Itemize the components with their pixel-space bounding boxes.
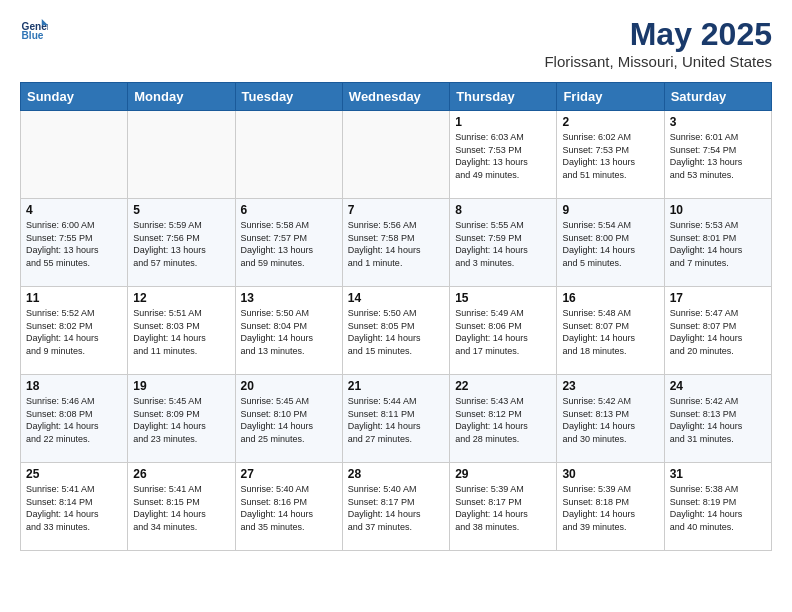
weekday-header-monday: Monday [128, 83, 235, 111]
day-number: 7 [348, 203, 444, 217]
weekday-header-saturday: Saturday [664, 83, 771, 111]
day-number: 12 [133, 291, 229, 305]
logo: General Blue [20, 16, 48, 44]
day-number: 27 [241, 467, 337, 481]
day-info: Sunrise: 5:45 AM Sunset: 8:10 PM Dayligh… [241, 395, 337, 445]
day-info: Sunrise: 5:38 AM Sunset: 8:19 PM Dayligh… [670, 483, 766, 533]
calendar-cell: 11Sunrise: 5:52 AM Sunset: 8:02 PM Dayli… [21, 287, 128, 375]
calendar-cell: 19Sunrise: 5:45 AM Sunset: 8:09 PM Dayli… [128, 375, 235, 463]
calendar-cell: 22Sunrise: 5:43 AM Sunset: 8:12 PM Dayli… [450, 375, 557, 463]
page-header: General Blue May 2025 Florissant, Missou… [20, 16, 772, 70]
day-number: 11 [26, 291, 122, 305]
calendar-week-row: 1Sunrise: 6:03 AM Sunset: 7:53 PM Daylig… [21, 111, 772, 199]
calendar-cell: 14Sunrise: 5:50 AM Sunset: 8:05 PM Dayli… [342, 287, 449, 375]
calendar-cell [128, 111, 235, 199]
day-info: Sunrise: 6:03 AM Sunset: 7:53 PM Dayligh… [455, 131, 551, 181]
day-number: 20 [241, 379, 337, 393]
day-info: Sunrise: 5:50 AM Sunset: 8:05 PM Dayligh… [348, 307, 444, 357]
weekday-header-friday: Friday [557, 83, 664, 111]
calendar-cell: 8Sunrise: 5:55 AM Sunset: 7:59 PM Daylig… [450, 199, 557, 287]
day-number: 17 [670, 291, 766, 305]
day-number: 1 [455, 115, 551, 129]
calendar-cell: 16Sunrise: 5:48 AM Sunset: 8:07 PM Dayli… [557, 287, 664, 375]
day-number: 8 [455, 203, 551, 217]
calendar-cell: 7Sunrise: 5:56 AM Sunset: 7:58 PM Daylig… [342, 199, 449, 287]
day-number: 30 [562, 467, 658, 481]
svg-text:Blue: Blue [22, 30, 44, 41]
day-number: 28 [348, 467, 444, 481]
day-info: Sunrise: 5:53 AM Sunset: 8:01 PM Dayligh… [670, 219, 766, 269]
calendar-cell: 18Sunrise: 5:46 AM Sunset: 8:08 PM Dayli… [21, 375, 128, 463]
subtitle: Florissant, Missouri, United States [544, 53, 772, 70]
title-area: May 2025 Florissant, Missouri, United St… [544, 16, 772, 70]
calendar-cell: 3Sunrise: 6:01 AM Sunset: 7:54 PM Daylig… [664, 111, 771, 199]
day-info: Sunrise: 5:56 AM Sunset: 7:58 PM Dayligh… [348, 219, 444, 269]
day-info: Sunrise: 5:43 AM Sunset: 8:12 PM Dayligh… [455, 395, 551, 445]
calendar-cell [21, 111, 128, 199]
weekday-header-thursday: Thursday [450, 83, 557, 111]
day-number: 25 [26, 467, 122, 481]
day-number: 26 [133, 467, 229, 481]
weekday-header-wednesday: Wednesday [342, 83, 449, 111]
calendar-week-row: 18Sunrise: 5:46 AM Sunset: 8:08 PM Dayli… [21, 375, 772, 463]
day-info: Sunrise: 6:01 AM Sunset: 7:54 PM Dayligh… [670, 131, 766, 181]
calendar-cell: 5Sunrise: 5:59 AM Sunset: 7:56 PM Daylig… [128, 199, 235, 287]
calendar-cell: 30Sunrise: 5:39 AM Sunset: 8:18 PM Dayli… [557, 463, 664, 551]
day-info: Sunrise: 5:42 AM Sunset: 8:13 PM Dayligh… [562, 395, 658, 445]
day-info: Sunrise: 5:48 AM Sunset: 8:07 PM Dayligh… [562, 307, 658, 357]
day-number: 15 [455, 291, 551, 305]
day-info: Sunrise: 5:45 AM Sunset: 8:09 PM Dayligh… [133, 395, 229, 445]
day-info: Sunrise: 5:42 AM Sunset: 8:13 PM Dayligh… [670, 395, 766, 445]
day-info: Sunrise: 6:00 AM Sunset: 7:55 PM Dayligh… [26, 219, 122, 269]
calendar-table: SundayMondayTuesdayWednesdayThursdayFrid… [20, 82, 772, 551]
day-info: Sunrise: 5:59 AM Sunset: 7:56 PM Dayligh… [133, 219, 229, 269]
calendar-cell: 1Sunrise: 6:03 AM Sunset: 7:53 PM Daylig… [450, 111, 557, 199]
day-info: Sunrise: 5:39 AM Sunset: 8:18 PM Dayligh… [562, 483, 658, 533]
calendar-cell: 31Sunrise: 5:38 AM Sunset: 8:19 PM Dayli… [664, 463, 771, 551]
day-number: 13 [241, 291, 337, 305]
calendar-cell: 2Sunrise: 6:02 AM Sunset: 7:53 PM Daylig… [557, 111, 664, 199]
day-info: Sunrise: 6:02 AM Sunset: 7:53 PM Dayligh… [562, 131, 658, 181]
day-info: Sunrise: 5:50 AM Sunset: 8:04 PM Dayligh… [241, 307, 337, 357]
day-info: Sunrise: 5:39 AM Sunset: 8:17 PM Dayligh… [455, 483, 551, 533]
weekday-header-sunday: Sunday [21, 83, 128, 111]
calendar-cell [342, 111, 449, 199]
main-title: May 2025 [544, 16, 772, 53]
day-info: Sunrise: 5:49 AM Sunset: 8:06 PM Dayligh… [455, 307, 551, 357]
day-number: 14 [348, 291, 444, 305]
day-number: 19 [133, 379, 229, 393]
calendar-cell: 27Sunrise: 5:40 AM Sunset: 8:16 PM Dayli… [235, 463, 342, 551]
calendar-week-row: 11Sunrise: 5:52 AM Sunset: 8:02 PM Dayli… [21, 287, 772, 375]
day-number: 5 [133, 203, 229, 217]
calendar-week-row: 25Sunrise: 5:41 AM Sunset: 8:14 PM Dayli… [21, 463, 772, 551]
calendar-cell: 28Sunrise: 5:40 AM Sunset: 8:17 PM Dayli… [342, 463, 449, 551]
day-info: Sunrise: 5:44 AM Sunset: 8:11 PM Dayligh… [348, 395, 444, 445]
calendar-cell: 10Sunrise: 5:53 AM Sunset: 8:01 PM Dayli… [664, 199, 771, 287]
weekday-header-row: SundayMondayTuesdayWednesdayThursdayFrid… [21, 83, 772, 111]
day-number: 21 [348, 379, 444, 393]
calendar-cell: 23Sunrise: 5:42 AM Sunset: 8:13 PM Dayli… [557, 375, 664, 463]
calendar-cell: 24Sunrise: 5:42 AM Sunset: 8:13 PM Dayli… [664, 375, 771, 463]
calendar-week-row: 4Sunrise: 6:00 AM Sunset: 7:55 PM Daylig… [21, 199, 772, 287]
calendar-cell: 4Sunrise: 6:00 AM Sunset: 7:55 PM Daylig… [21, 199, 128, 287]
calendar-cell [235, 111, 342, 199]
day-info: Sunrise: 5:40 AM Sunset: 8:16 PM Dayligh… [241, 483, 337, 533]
calendar-cell: 6Sunrise: 5:58 AM Sunset: 7:57 PM Daylig… [235, 199, 342, 287]
calendar-cell: 25Sunrise: 5:41 AM Sunset: 8:14 PM Dayli… [21, 463, 128, 551]
day-info: Sunrise: 5:55 AM Sunset: 7:59 PM Dayligh… [455, 219, 551, 269]
weekday-header-tuesday: Tuesday [235, 83, 342, 111]
day-number: 29 [455, 467, 551, 481]
day-number: 31 [670, 467, 766, 481]
day-number: 23 [562, 379, 658, 393]
day-info: Sunrise: 5:47 AM Sunset: 8:07 PM Dayligh… [670, 307, 766, 357]
calendar-cell: 17Sunrise: 5:47 AM Sunset: 8:07 PM Dayli… [664, 287, 771, 375]
day-info: Sunrise: 5:58 AM Sunset: 7:57 PM Dayligh… [241, 219, 337, 269]
day-number: 10 [670, 203, 766, 217]
day-number: 2 [562, 115, 658, 129]
day-number: 9 [562, 203, 658, 217]
day-number: 6 [241, 203, 337, 217]
calendar-cell: 21Sunrise: 5:44 AM Sunset: 8:11 PM Dayli… [342, 375, 449, 463]
day-number: 3 [670, 115, 766, 129]
calendar-cell: 12Sunrise: 5:51 AM Sunset: 8:03 PM Dayli… [128, 287, 235, 375]
day-info: Sunrise: 5:41 AM Sunset: 8:14 PM Dayligh… [26, 483, 122, 533]
